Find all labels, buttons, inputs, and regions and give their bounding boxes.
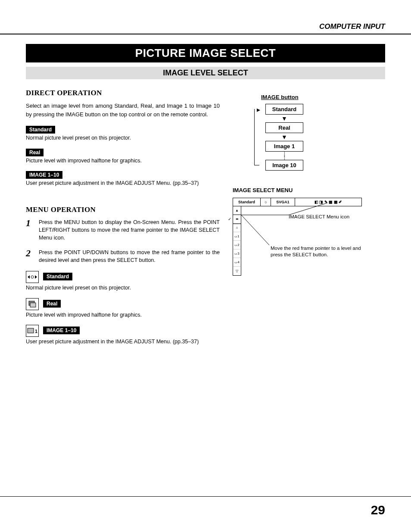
menu-icon-strip: ◧ ◨ ✎ ▩ ▦ ✐ xyxy=(295,198,361,206)
menu-icon-cell: ☼ xyxy=(261,198,271,206)
flow-box-image10: Image 10 xyxy=(265,160,303,171)
direct-operation-heading: DIRECT OPERATION xyxy=(26,89,220,97)
desc-image-1-10: User preset picture adjustment in the IM… xyxy=(26,180,220,187)
tag-standard-2: Standard xyxy=(43,273,72,280)
svg-line-9 xyxy=(241,215,269,245)
image-button-flow: IMAGE button ▸ Standard ▼ Real ▼ Image 1… xyxy=(246,94,323,171)
step-text-2: Press the POINT UP/DOWN buttons to move … xyxy=(39,249,220,264)
menu-side-img2: ▭2 xyxy=(233,241,241,249)
callout-menu-icon: IMAGE SELECT Menu icon xyxy=(289,214,349,219)
svg-point-1 xyxy=(31,276,34,278)
desc-standard: Normal picture level preset on this proj… xyxy=(26,134,220,142)
real-icon xyxy=(26,298,39,310)
menu-side-img1: ▭1 xyxy=(233,232,241,241)
step-1: 1 Press the MENU button to display the O… xyxy=(26,218,220,242)
tag-image-1-10-2: IMAGE 1–10 xyxy=(43,327,80,334)
menu-cell-standard: Standard xyxy=(233,198,261,206)
menu-cell-svga1: SVGA1 xyxy=(271,198,295,206)
desc-image-1-10-2: User preset picture adjustment in the IM… xyxy=(26,338,220,346)
step-2: 2 Press the POINT UP/DOWN buttons to mov… xyxy=(26,249,220,264)
rule-bottom xyxy=(0,496,411,497)
image-1-10-icon: 1 xyxy=(26,325,39,337)
page-number: 29 xyxy=(371,503,385,517)
tag-standard: Standard xyxy=(26,126,55,134)
image-select-menu-diagram: Standard ☼ SVGA1 ◧ ◨ ✎ ▩ ▦ ✐ ▲ ⬌ ⌂ ▭1 ▭2… xyxy=(233,198,362,276)
page-subtitle: IMAGE LEVEL SELECT xyxy=(26,67,385,79)
flow-label: IMAGE button xyxy=(261,94,323,100)
svg-marker-2 xyxy=(35,275,37,279)
menu-side-real: ⌂ xyxy=(233,224,241,232)
image-select-menu-caption: IMAGE SELECT MENU xyxy=(233,187,385,193)
tag-image-1-10: IMAGE 1–10 xyxy=(26,171,62,179)
direct-operation-intro: Select an image level from among Standar… xyxy=(26,102,220,118)
menu-side-img3: ▭3 xyxy=(233,249,241,258)
flow-box-image1: Image 1 xyxy=(265,141,303,152)
menu-operation-heading: MENU OPERATION xyxy=(26,205,220,214)
svg-marker-0 xyxy=(28,275,30,279)
step-num-1: 1 xyxy=(26,218,34,242)
menu-side-up: ▲ xyxy=(233,206,241,215)
menu-side-down: ▽ xyxy=(233,267,241,275)
flow-box-real: Real xyxy=(265,122,303,133)
callout-red-frame: Move the red frame pointer to a level an… xyxy=(271,245,361,258)
standard-icon xyxy=(26,271,39,283)
menu-side-standard: ⬌ xyxy=(233,215,241,224)
step-text-1: Press the MENU button to display the On-… xyxy=(39,218,220,242)
desc-standard-2: Normal picture level preset on this proj… xyxy=(26,284,220,292)
step-num-2: 2 xyxy=(26,249,34,264)
tag-real: Real xyxy=(26,149,44,156)
menu-side-img4: ▭4 xyxy=(233,258,241,267)
svg-text:1: 1 xyxy=(35,329,37,334)
tag-real-2: Real xyxy=(43,300,61,308)
rule-top xyxy=(0,34,411,34)
section-header: COMPUTER INPUT xyxy=(319,22,385,31)
desc-real: Picture level with improved halftone for… xyxy=(26,157,220,165)
page-title: PICTURE IMAGE SELECT xyxy=(26,44,385,62)
svg-rect-5 xyxy=(28,328,34,333)
flow-box-standard: Standard xyxy=(265,104,303,115)
svg-rect-4 xyxy=(30,303,36,307)
desc-real-2: Picture level with improved halftone for… xyxy=(26,311,220,319)
loop-arrow-icon: ▸ xyxy=(257,106,260,114)
